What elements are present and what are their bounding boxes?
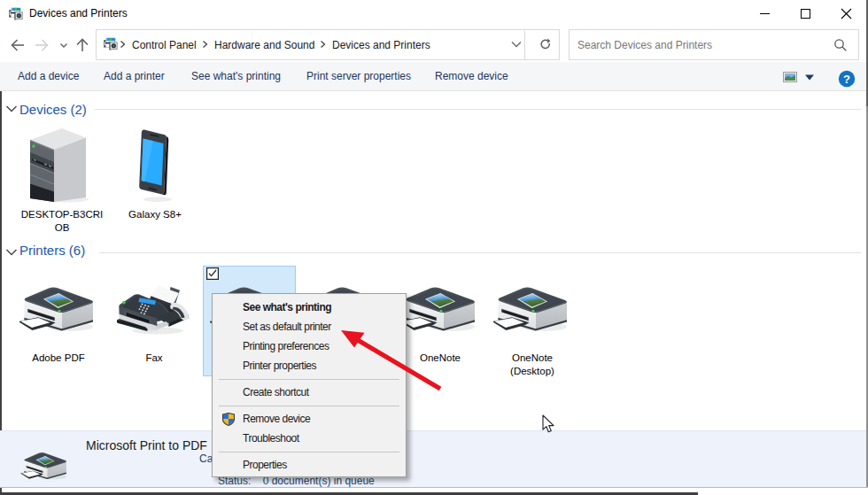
svg-text:?: ? <box>843 73 850 86</box>
